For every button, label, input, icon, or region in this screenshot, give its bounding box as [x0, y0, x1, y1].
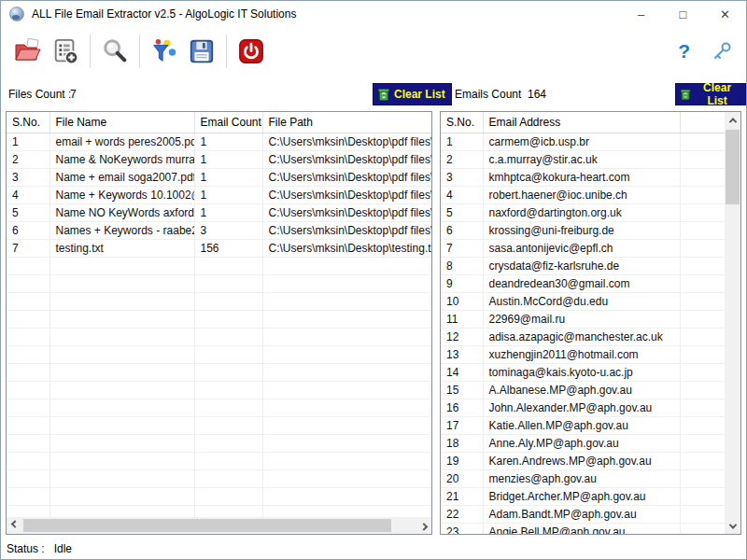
- minimize-button[interactable]: –: [620, 1, 662, 27]
- table-cell: [680, 416, 726, 434]
- table-row[interactable]: 18Anne.Aly.MP@aph.gov.au: [441, 434, 726, 452]
- table-row[interactable]: 20menzies@aph.gov.au: [441, 469, 726, 487]
- column-header-file-name[interactable]: File Name: [49, 112, 194, 133]
- table-row[interactable]: 22Adam.Bandt.MP@aph.gov.au: [441, 505, 726, 523]
- table-cell: Angie.Bell.MP@aph.gov.au: [483, 523, 680, 534]
- table-row[interactable]: [7, 434, 431, 452]
- table-cell: 6: [441, 221, 483, 239]
- filter-emails-button[interactable]: [148, 35, 180, 67]
- table-cell: [49, 399, 194, 416]
- scroll-down-arrow[interactable]: [725, 518, 740, 534]
- table-row[interactable]: [7, 469, 431, 487]
- vertical-scrollbar-thumb[interactable]: [726, 130, 740, 204]
- column-header-sno[interactable]: S.No.: [7, 112, 49, 133]
- clear-emails-list-button[interactable]: Clear List: [675, 83, 746, 105]
- scroll-left-arrow[interactable]: [7, 517, 22, 534]
- emails-list-panel: S.No. Email Address 1carmem@icb.usp.br 2…: [440, 111, 741, 535]
- table-cell: tominaga@kais.kyoto-u.ac.jp: [483, 363, 680, 381]
- table-cell: [262, 328, 431, 345]
- table-cell: [49, 363, 194, 381]
- column-header-sno[interactable]: S.No.: [441, 112, 483, 133]
- table-cell: [680, 257, 726, 274]
- table-row[interactable]: 1email + words peres2005.pdf1C:\Users\mk…: [7, 133, 431, 150]
- table-row[interactable]: 7sasa.antonijevic@epfl.ch: [441, 239, 726, 257]
- column-header-file-path[interactable]: File Path: [262, 112, 431, 133]
- table-row[interactable]: [7, 416, 431, 434]
- table-row[interactable]: 1122969@mail.ru: [441, 310, 726, 328]
- table-row[interactable]: 5Name NO KeyWords axford2...1C:\Users\mk…: [7, 203, 431, 221]
- maximize-button[interactable]: □: [662, 1, 704, 27]
- save-results-button[interactable]: [186, 35, 218, 67]
- exit-button[interactable]: [235, 35, 267, 67]
- table-row[interactable]: [7, 399, 431, 416]
- table-row[interactable]: 7testing.txt156C:\Users\mksin\Desktop\te…: [7, 239, 431, 257]
- table-row[interactable]: 4Name + Keywords 10.1002@c...1C:\Users\m…: [7, 186, 431, 203]
- table-row[interactable]: 19Karen.Andrews.MP@aph.gov.au: [441, 452, 726, 469]
- scroll-right-arrow[interactable]: [416, 517, 431, 534]
- table-row[interactable]: 14tominaga@kais.kyoto-u.ac.jp: [441, 363, 726, 381]
- table-row[interactable]: 9deandredean30@gmail.com: [441, 274, 726, 292]
- table-cell: 1: [194, 168, 262, 186]
- table-row[interactable]: [7, 257, 431, 274]
- table-row[interactable]: 6krossing@uni-freiburg.de: [441, 221, 726, 239]
- table-row[interactable]: 2c.a.murray@stir.ac.uk: [441, 150, 726, 168]
- table-row[interactable]: [7, 452, 431, 469]
- table-row[interactable]: [7, 345, 431, 363]
- table-row[interactable]: 17Katie.Allen.MP@aph.gov.au: [441, 416, 726, 434]
- table-row[interactable]: [7, 310, 431, 328]
- table-cell: 1: [441, 133, 483, 150]
- open-folder-button[interactable]: [12, 35, 44, 67]
- toolbar: ?: [1, 29, 746, 74]
- clear-files-list-label: Clear List: [394, 88, 445, 101]
- table-row[interactable]: 3kmhptca@kokura-heart.com: [441, 168, 726, 186]
- table-row[interactable]: [7, 292, 431, 310]
- column-header-email-count[interactable]: Email Count: [194, 112, 262, 133]
- horizontal-scrollbar-thumb[interactable]: [23, 519, 391, 532]
- close-button[interactable]: ✕: [704, 1, 746, 27]
- table-cell: 7: [441, 239, 483, 257]
- scroll-up-arrow[interactable]: [725, 112, 740, 128]
- table-row[interactable]: [7, 381, 431, 399]
- table-row[interactable]: 1carmem@icb.usp.br: [441, 133, 726, 150]
- add-file-list-button[interactable]: [49, 35, 81, 67]
- table-cell: Name & NoKeywords murray...: [49, 150, 194, 168]
- table-row[interactable]: 8crysdata@fiz-karlsruhe.de: [441, 257, 726, 274]
- table-row[interactable]: 5naxford@dartington.org.uk: [441, 203, 726, 221]
- table-cell: [680, 328, 726, 345]
- table-row[interactable]: 15A.Albanese.MP@aph.gov.au: [441, 381, 726, 399]
- files-count-value: 7: [70, 88, 77, 101]
- table-row[interactable]: 10Austin.McCord@du.edu: [441, 292, 726, 310]
- table-cell: C:\Users\mksin\Desktop\pdf files\Parse: [262, 221, 431, 239]
- column-header-email-address[interactable]: Email Address: [483, 112, 680, 133]
- table-row[interactable]: 13xuzhengjin2011@hotmail.com: [441, 345, 726, 363]
- table-row[interactable]: 12adisa.azapagic@manchester.ac.uk: [441, 328, 726, 345]
- table-cell: [194, 274, 262, 292]
- table-cell: 6: [7, 221, 49, 239]
- table-cell: [262, 399, 431, 416]
- table-row[interactable]: [7, 274, 431, 292]
- table-row[interactable]: 3Name + email soga2007.pdf1C:\Users\mksi…: [7, 168, 431, 186]
- clear-files-list-button[interactable]: Clear List: [373, 83, 452, 105]
- table-cell: [680, 310, 726, 328]
- table-row[interactable]: [7, 363, 431, 381]
- search-button[interactable]: [99, 35, 131, 67]
- table-cell: [680, 186, 726, 203]
- table-row[interactable]: 6Names + Keywords - raabe20...3C:\Users\…: [7, 221, 431, 239]
- table-row[interactable]: 21Bridget.Archer.MP@aph.gov.au: [441, 487, 726, 505]
- table-row[interactable]: 4robert.haener@ioc.unibe.ch: [441, 186, 726, 203]
- table-row[interactable]: [7, 505, 431, 517]
- column-header-empty[interactable]: [680, 112, 726, 133]
- horizontal-scrollbar[interactable]: [7, 517, 431, 534]
- table-cell: [262, 345, 431, 363]
- vertical-scrollbar[interactable]: [725, 112, 740, 534]
- table-row[interactable]: 23Angie.Bell.MP@aph.gov.au: [441, 523, 726, 534]
- help-icon[interactable]: ?: [678, 40, 690, 63]
- table-row[interactable]: 16John.Alexander.MP@aph.gov.au: [441, 399, 726, 416]
- table-cell: [7, 274, 49, 292]
- table-row[interactable]: [7, 487, 431, 505]
- table-cell: C:\Users\mksin\Desktop\pdf files\Parse: [262, 150, 431, 168]
- table-row[interactable]: 2Name & NoKeywords murray...1C:\Users\mk…: [7, 150, 431, 168]
- license-key-icon[interactable]: [711, 40, 733, 63]
- table-row[interactable]: [7, 328, 431, 345]
- table-cell: email + words peres2005.pdf: [49, 133, 194, 150]
